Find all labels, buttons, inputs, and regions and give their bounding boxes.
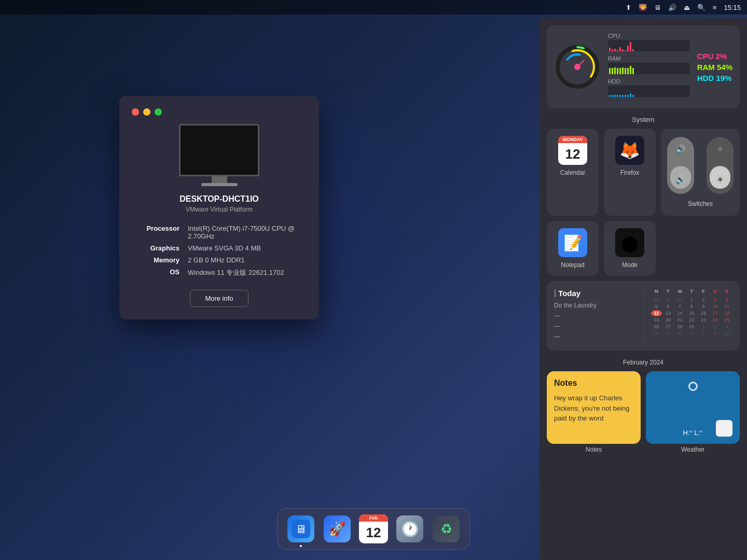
app-item-notepad[interactable]: 📝 Notepad bbox=[547, 221, 599, 276]
notes-content: Hey wrap it up Charles Dickens, you're n… bbox=[554, 393, 633, 424]
cal-cell: 29 bbox=[651, 297, 662, 303]
cal-cell: 18 bbox=[721, 310, 732, 316]
more-info-button[interactable]: More info bbox=[190, 290, 248, 307]
ram-mini-chart bbox=[608, 63, 690, 74]
cal-cell: 28 bbox=[674, 324, 686, 330]
app-item-firefox[interactable]: 🦊 Firefox bbox=[604, 129, 656, 216]
search-icon[interactable]: 🔍 bbox=[697, 4, 706, 11]
control-icon[interactable]: ≡ bbox=[713, 4, 717, 11]
finder-dot bbox=[300, 545, 302, 547]
spec-value: Intel(R) Core(TM) i7-7500U CPU @ 2.70GHz bbox=[184, 222, 307, 242]
cal-cell: 16 bbox=[698, 310, 709, 316]
dock-item-rocket[interactable]: 🚀 bbox=[322, 514, 352, 544]
gauge-svg bbox=[554, 44, 601, 90]
notes-widget[interactable]: Notes Hey wrap it up Charles Dickens, yo… bbox=[547, 371, 641, 444]
cal-cell: 3 bbox=[710, 297, 721, 303]
system-widget-label: System bbox=[547, 116, 740, 123]
app-item-mode[interactable]: ⬤ Mode bbox=[604, 221, 656, 276]
day-name-m: M bbox=[651, 288, 662, 295]
rocket-icon: 🚀 bbox=[324, 515, 351, 542]
system-stats: CPU RAM bbox=[608, 33, 690, 101]
cal-cell: 6 bbox=[674, 330, 686, 337]
day-name-t: T bbox=[662, 288, 674, 295]
dock-item-trash[interactable]: ♻ bbox=[431, 514, 461, 544]
bottom-row: Notes Hey wrap it up Charles Dickens, yo… bbox=[547, 371, 740, 453]
eject-icon[interactable]: ⏏ bbox=[684, 4, 690, 11]
dock-item-calendar[interactable]: Feb 12 bbox=[358, 514, 389, 544]
dock: 🖥 🚀 Feb 12 🕐 ♻ bbox=[277, 508, 470, 550]
mini-cal-day-names: M T W T F S S bbox=[651, 288, 733, 295]
notes-section: Notes Hey wrap it up Charles Dickens, yo… bbox=[547, 371, 641, 453]
spec-label: Memory bbox=[132, 254, 184, 266]
firefox-widget-icon: 🦊 bbox=[615, 136, 644, 165]
today-pipe: | bbox=[554, 288, 556, 298]
display-icon[interactable]: 🖥 bbox=[654, 4, 661, 11]
task-side: | Today Do the Laundry — — — bbox=[554, 288, 644, 343]
cal-cell: 1 bbox=[698, 324, 709, 330]
weather-circle-icon bbox=[688, 382, 698, 391]
calendar-widget-icon: MONDAY 12 bbox=[558, 136, 587, 165]
photo-icon[interactable]: 🌄 bbox=[639, 4, 647, 11]
cal-cell: 14 bbox=[674, 310, 686, 316]
cal-cell: 20 bbox=[662, 317, 674, 323]
spec-graphics: Graphics VMware SVGA 3D 4 MB bbox=[132, 242, 307, 254]
day-name-f: F bbox=[698, 288, 709, 295]
cal-cell: 29 bbox=[686, 324, 697, 330]
today-label: | Today bbox=[554, 288, 636, 298]
spec-processor: Processor Intel(R) Core(TM) i7-7500U CPU… bbox=[132, 222, 307, 242]
volume-switch-top-icon: 🔊 bbox=[675, 144, 686, 154]
calendar-task-widget: | Today Do the Laundry — — — M T W T F S… bbox=[547, 281, 740, 351]
spec-label: Graphics bbox=[132, 242, 184, 254]
minimize-button[interactable] bbox=[143, 108, 150, 116]
cal-cell: 1 bbox=[686, 297, 697, 303]
task-item-3: — bbox=[554, 323, 636, 330]
hdd-value: HDD 19% bbox=[697, 74, 732, 82]
switch-toggle-brightness[interactable]: ☀ ☀ bbox=[707, 137, 734, 194]
cal-cell: 9 bbox=[698, 303, 709, 310]
menu-time: 15:15 bbox=[724, 4, 741, 11]
cloud-upload-icon[interactable]: ⬆ bbox=[626, 4, 631, 11]
cal-cell: 27 bbox=[662, 324, 674, 330]
brightness-switch-icon: ☀ bbox=[716, 175, 724, 185]
weather-widget[interactable]: H:° L:° bbox=[646, 371, 740, 444]
calendar-widget-weekday: MONDAY bbox=[558, 136, 587, 143]
switches-row: 🔊 🔊 ☀ ☀ bbox=[667, 137, 734, 194]
today-text: Today bbox=[558, 289, 580, 298]
calendar-day: 12 bbox=[359, 522, 388, 543]
cal-cell: 4 bbox=[651, 330, 662, 337]
cal-cell: 30 bbox=[662, 297, 674, 303]
task-item-2: — bbox=[554, 312, 636, 319]
dock-item-finder[interactable]: 🖥 bbox=[286, 514, 316, 544]
calendar-dock-icon: Feb 12 bbox=[359, 514, 388, 543]
trash-icon: ♻ bbox=[433, 515, 460, 542]
menu-bar: ⬆ 🌄 🖥 🔊 ⏏ 🔍 ≡ 15:15 bbox=[0, 0, 747, 15]
switch-toggle-volume[interactable]: 🔊 🔊 bbox=[667, 137, 694, 194]
weather-temp: H:° L:° bbox=[683, 429, 703, 437]
cal-cell: 26 bbox=[651, 324, 662, 330]
volume-icon[interactable]: 🔊 bbox=[668, 4, 676, 11]
month-label: February 2024 bbox=[547, 359, 740, 366]
menu-bar-icons: ⬆ 🌄 🖥 🔊 ⏏ 🔍 ≡ bbox=[626, 4, 717, 11]
spec-os: OS Windows 11 专业版 22621.1702 bbox=[132, 266, 307, 279]
finder-icon: 🖥 bbox=[287, 515, 314, 542]
cal-cell: 19 bbox=[651, 317, 662, 323]
dock-item-clock[interactable]: 🕐 bbox=[395, 514, 425, 544]
ram-value: RAM 54% bbox=[697, 63, 732, 72]
cal-cell: 7 bbox=[686, 330, 697, 337]
day-name-s2: S bbox=[721, 288, 732, 295]
cal-cell: 17 bbox=[710, 310, 721, 316]
cal-cell: 15 bbox=[686, 310, 697, 316]
cal-cell: 5 bbox=[662, 330, 674, 337]
platform: VMware Virtual Platform bbox=[132, 206, 307, 213]
cal-cell: 2 bbox=[698, 297, 709, 303]
maximize-button[interactable] bbox=[155, 108, 162, 116]
cal-cell: 10 bbox=[721, 330, 732, 337]
volume-switch-icon: 🔊 bbox=[675, 175, 686, 185]
system-info-dialog: DESKTOP-DHCT1IO VMware Virtual Platform … bbox=[119, 96, 319, 319]
mode-widget-icon: ⬤ bbox=[615, 228, 644, 257]
mini-cal-grid: 29 30 31 1 2 3 4 5 6 7 8 9 10 11 12 13 1… bbox=[651, 297, 733, 337]
app-item-calendar[interactable]: MONDAY 12 Calendar bbox=[547, 129, 599, 216]
weather-label: Weather bbox=[646, 446, 740, 453]
firefox-app-name: Firefox bbox=[620, 169, 640, 176]
close-button[interactable] bbox=[132, 108, 139, 116]
